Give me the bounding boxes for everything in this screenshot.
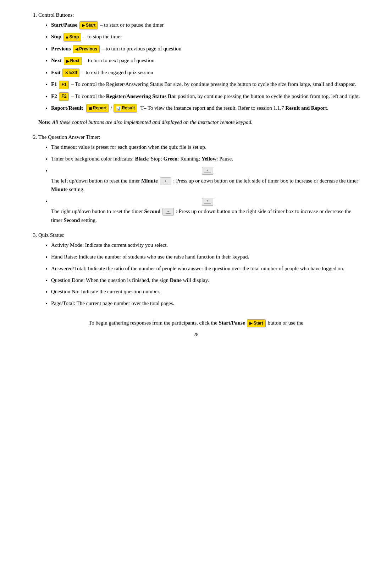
f2-btn-text: F2 — [61, 93, 66, 100]
timer-color-text: Timer box background color indicates: Bl… — [51, 156, 233, 162]
bullet-answered: Answered/Total: Indicate the ratio of th… — [51, 264, 364, 273]
second-text: The right up/down button to reset the ti… — [51, 208, 351, 223]
previous-btn-text: Previous — [79, 46, 97, 53]
f2-button-img: F2 — [59, 92, 69, 101]
start-btn-text: Start — [86, 22, 95, 29]
stop-icon: ■ — [66, 34, 68, 40]
result-btn-text: Result — [122, 105, 135, 112]
bullet-exit: Exit ✕ Exit – to exit the engaged quiz s… — [51, 68, 364, 77]
minute-bold1: Minute — [141, 178, 158, 184]
footer-play-icon: ▶ — [249, 320, 252, 326]
second-updown-icon: + — [202, 198, 213, 206]
page-number: 28 — [28, 331, 364, 339]
bullet-report-result: Report/Result ⊞ Report / 📊 Result T– To … — [51, 104, 364, 113]
down-ln2 — [163, 183, 168, 183]
report-result-desc: T– To view the instance report and the r… — [140, 105, 328, 111]
note-text: All these control buttons are also imple… — [52, 119, 253, 125]
minute-text: The left up/down button to reset the tim… — [51, 178, 358, 192]
exit-btn-text: Exit — [69, 69, 77, 76]
f1-button-img: F1 — [59, 81, 69, 89]
report-result-label: Report/Result — [51, 105, 83, 111]
bullet-second: + The right up/down button to reset the … — [51, 197, 364, 224]
report-result-separator: / — [110, 104, 112, 113]
f2-bold: Register/Answering Status Bar — [106, 93, 176, 99]
section-2-title: The Question Answer Timer: — [38, 134, 100, 140]
previous-label: Previous — [51, 46, 71, 51]
minute-bold2: Minute — [51, 186, 68, 192]
activity-text: Activity Mode: Indicate the current acti… — [51, 242, 168, 248]
timeout-text: The timeout value is preset for each que… — [51, 144, 206, 150]
bullet-stop: Stop ■ Stop – to stop the timer — [51, 32, 364, 41]
section-2: The Question Answer Timer: The timeout v… — [28, 133, 364, 224]
bullet-previous: Previous ◀ Previous – to turn to previou… — [51, 44, 364, 53]
chart-icon: 📊 — [116, 105, 121, 112]
page-footer: To begin gathering responses from the pa… — [28, 319, 364, 327]
bullet-question-no: Question No: Indicate the current questi… — [51, 287, 364, 296]
bullet-timer-color: Timer box background color indicates: Bl… — [51, 154, 364, 163]
up-arrow: + — [206, 169, 208, 172]
done-bold: Done — [170, 277, 182, 283]
f2-label: F2 — [51, 93, 57, 99]
note-line: Note: All these control buttons are also… — [38, 118, 364, 127]
second-bold1: Second — [144, 208, 160, 214]
down-line — [204, 173, 211, 173]
second-inline-icon: + — [162, 208, 174, 216]
next-icon: ▶ — [66, 58, 69, 64]
bullet-question-done: Question Done: When the question is fini… — [51, 276, 364, 285]
previous-desc: – to turn to previous page of question — [102, 46, 182, 51]
result-and-report-bold: Result and Report — [285, 105, 327, 111]
section-3-item: Quiz Status: Activity Mode: Indicate the… — [38, 231, 364, 308]
report-btn-text: Report — [93, 105, 107, 112]
bullet-f1: F1 F1 – To control the Register/Answerin… — [51, 80, 364, 89]
bullet-start-pause: Start/Pause ▶ Start – to start or to pau… — [51, 21, 364, 29]
x-icon: ✕ — [65, 70, 68, 76]
f2-desc: – To control the Register/Answering Stat… — [71, 93, 360, 99]
down-ln3 — [166, 213, 171, 214]
hand-raise-text: Hand Raise: Indicate the number of stude… — [51, 254, 249, 260]
bullet-f2: F2 F2 – To control the Register/Answerin… — [51, 92, 364, 101]
previous-button-img: ◀ Previous — [73, 45, 100, 54]
minute-inline-icon: + — [160, 177, 171, 185]
section-1-item: Control Buttons: Start/Pause ▶ Start – t… — [38, 11, 364, 126]
section-3-title: Quiz Status: — [38, 232, 65, 238]
section-1: Control Buttons: Start/Pause ▶ Start – t… — [28, 11, 364, 126]
timer-list: The timeout value is preset for each que… — [38, 143, 364, 224]
report-result-buttons: ⊞ Report / 📊 Result — [85, 104, 138, 113]
minute-updown-icon: + — [202, 167, 213, 175]
result-button-img: 📊 Result — [114, 104, 138, 113]
stop-desc: – to stop the timer — [83, 34, 122, 39]
bullet-hand-raise: Hand Raise: Indicate the number of stude… — [51, 252, 364, 261]
footer-text1: To begin gathering responses from the pa… — [89, 320, 303, 326]
question-done-text: Question Done: When the question is fini… — [51, 277, 209, 283]
next-label: Next — [51, 58, 62, 63]
footer-start-button-img: ▶ Start — [247, 319, 265, 328]
section-2-item: The Question Answer Timer: The timeout v… — [38, 133, 364, 224]
second-updown-container: + — [51, 197, 364, 206]
bullet-next: Next ▶ Next – to turn to next page of qu… — [51, 56, 364, 65]
next-btn-text: Next — [70, 58, 79, 65]
yellow-bold: Yellow — [201, 156, 217, 162]
note-bold: Note: — [38, 119, 51, 125]
section-3: Quiz Status: Activity Mode: Indicate the… — [28, 231, 364, 308]
quiz-status-list: Activity Mode: Indicate the current acti… — [38, 241, 364, 308]
report-button-img: ⊞ Report — [86, 104, 109, 113]
start-pause-button-img: ▶ Start — [79, 21, 98, 30]
bullet-page-total: Page/Total: The current page number over… — [51, 299, 364, 308]
f1-btn-text: F1 — [61, 81, 66, 88]
next-button-img: ▶ Next — [64, 57, 82, 65]
stop-label: Stop — [51, 34, 61, 39]
black-bold: Black — [135, 156, 148, 162]
footer-bold: Start/Pause — [219, 320, 245, 326]
stop-button-img: ■ Stop — [64, 33, 81, 42]
bullet-activity: Activity Mode: Indicate the current acti… — [51, 241, 364, 250]
green-bold: Green — [164, 156, 178, 162]
exit-desc: – to exit the engaged quiz session — [82, 70, 153, 75]
question-no-text: Question No: Indicate the current questi… — [51, 289, 160, 294]
minute-updown-container: + — [51, 166, 364, 175]
exit-label: Exit — [51, 70, 61, 75]
up-arr3: + — [167, 210, 169, 213]
control-buttons-list: Start/Pause ▶ Start – to start or to pau… — [38, 21, 364, 113]
section-1-title: Control Buttons: — [38, 12, 74, 18]
bullet-minute: + The left up/down button to reset the t… — [51, 166, 364, 194]
next-desc: – to turn to next page of question — [84, 58, 155, 63]
